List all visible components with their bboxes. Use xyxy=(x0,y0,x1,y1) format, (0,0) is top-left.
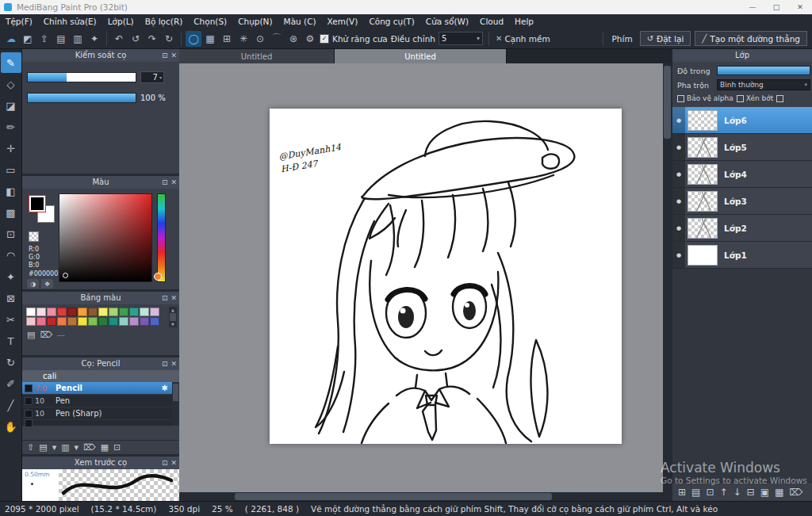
stamp-tool[interactable]: ◪ xyxy=(1,95,21,116)
popup-panel-icon[interactable]: ⊡ xyxy=(162,459,168,467)
layer-thumbnail[interactable] xyxy=(688,191,718,212)
divide-tool[interactable]: ✂ xyxy=(1,309,21,330)
merge-layer-icon[interactable]: ⊟ xyxy=(747,487,755,498)
edit-brush-menu-icon[interactable]: ▾ xyxy=(75,442,79,453)
visibility-icon[interactable]: ● xyxy=(672,134,685,160)
minimize-button[interactable]: — xyxy=(741,0,764,14)
menu-item[interactable]: Chọn(S) xyxy=(188,14,232,29)
close-icon[interactable]: ✕ xyxy=(170,52,177,59)
delete-brush-icon[interactable]: ⌦ xyxy=(83,442,96,453)
palette-swatch[interactable] xyxy=(67,308,77,316)
brush-opacity-slider[interactable] xyxy=(27,93,136,103)
palette-swatch[interactable] xyxy=(109,308,118,316)
import-icon[interactable]: ▤ xyxy=(53,31,69,47)
eyedropper-tool[interactable]: ✐ xyxy=(1,373,21,394)
menu-item[interactable]: Màu (C) xyxy=(278,14,322,29)
palette-swatch[interactable] xyxy=(129,317,139,326)
undo-history-icon[interactable]: ↺ xyxy=(128,31,144,47)
popup-panel-icon[interactable]: ⊡ xyxy=(162,294,168,302)
palette-swatch[interactable] xyxy=(109,317,118,326)
close-icon[interactable]: ✕ xyxy=(170,178,177,186)
canvas-horizontal-scrollbar[interactable] xyxy=(179,492,663,501)
upload-brush-icon[interactable]: ⇧ xyxy=(27,442,34,453)
layer-row[interactable]: ● Lớp6 xyxy=(672,107,812,134)
folder-brush-icon[interactable]: ▦ xyxy=(101,442,109,453)
close-icon[interactable]: ✕ xyxy=(170,360,177,368)
layer-opacity-slider[interactable] xyxy=(717,66,810,75)
palette-swatch[interactable] xyxy=(78,308,87,316)
palette-swatch[interactable] xyxy=(150,308,159,316)
brush-size-input[interactable]: 7 ▾ xyxy=(140,71,164,83)
canvas-tab[interactable]: Untitled xyxy=(335,49,507,63)
close-button[interactable]: ✕ xyxy=(788,0,812,14)
duplicate-layer-icon[interactable]: ⊡ xyxy=(706,487,714,498)
canvas-tab[interactable]: Untitled xyxy=(179,49,335,63)
color-wheel-icon[interactable]: ❖ xyxy=(41,279,53,289)
menu-item[interactable]: Cửa sổ(W) xyxy=(420,14,474,29)
palette-swatch[interactable] xyxy=(129,308,139,316)
eraser-tool[interactable]: ◇ xyxy=(1,74,21,94)
dot-pen-tool[interactable]: ✏ xyxy=(1,117,21,137)
palette-swatch[interactable] xyxy=(67,317,77,326)
add-brush-icon[interactable]: ▤ xyxy=(39,442,47,453)
popup-panel-icon[interactable]: ⊡ xyxy=(162,52,168,59)
save-icon[interactable]: ◩ xyxy=(20,31,36,47)
palette-swatch[interactable] xyxy=(36,317,46,326)
reset-button[interactable]: ↺ Đặt lại xyxy=(640,31,691,46)
alpha-protect-option[interactable]: Bảo vệ alpha xyxy=(677,94,733,102)
brush-group-selector[interactable]: cali xyxy=(22,370,179,382)
adjust-select[interactable]: 5 ▾ xyxy=(439,32,483,45)
menu-item[interactable]: Cloud xyxy=(474,14,509,29)
move-down-icon[interactable]: ↓ xyxy=(733,487,741,498)
brush-list-item-partial[interactable] xyxy=(22,420,172,426)
delete-layer-icon[interactable]: ⌦ xyxy=(789,487,802,498)
cross-snap-icon[interactable]: ⊞ xyxy=(219,31,235,47)
palette-swatch[interactable] xyxy=(140,317,149,326)
extra-checkbox[interactable] xyxy=(776,95,783,102)
layer-row[interactable]: ● Lớp5 xyxy=(672,134,812,161)
combine-layer-icon[interactable]: ▣ xyxy=(760,487,769,498)
palette-swatch[interactable] xyxy=(140,308,149,316)
alpha-protect-checkbox[interactable] xyxy=(677,95,684,102)
menu-item[interactable]: Xem(V) xyxy=(322,14,364,29)
layer-row[interactable]: ● Lớp2 xyxy=(672,215,812,242)
blend-mode-select[interactable]: Bình thường ▾ xyxy=(717,79,810,90)
spinner-icon[interactable]: ▾ xyxy=(159,75,162,80)
hand-tool[interactable]: ✋ xyxy=(1,416,21,437)
brush-tool[interactable]: ✎ xyxy=(1,52,21,73)
popup-panel-icon[interactable]: ⊡ xyxy=(162,360,168,368)
scroll-thumb[interactable] xyxy=(170,313,176,321)
redo-icon[interactable]: ↷ xyxy=(144,31,160,47)
extra-option-partial[interactable] xyxy=(776,95,783,102)
visibility-icon[interactable]: ● xyxy=(672,188,685,214)
palette-swatch[interactable] xyxy=(57,308,67,316)
close-icon[interactable]: ✕ xyxy=(170,294,177,302)
layer-thumbnail[interactable] xyxy=(688,245,718,266)
menu-item[interactable]: Lớp(L) xyxy=(102,14,140,29)
lasso-tool[interactable]: ◠ xyxy=(1,245,21,266)
menu-item[interactable]: Công cụ(T) xyxy=(363,14,419,29)
circle-snap-icon[interactable]: ⊙ xyxy=(252,31,268,47)
curve-snap-icon[interactable]: ⌒ xyxy=(269,31,285,47)
menu-item[interactable]: Bộ lọc(R) xyxy=(140,14,189,29)
scroll-thumb[interactable] xyxy=(173,384,178,401)
visibility-icon[interactable]: ● xyxy=(672,107,685,133)
visibility-icon[interactable]: ● xyxy=(672,215,685,241)
add-brush-menu-icon[interactable]: ▾ xyxy=(52,442,57,453)
scroll-down-icon[interactable]: ▼ xyxy=(171,322,174,327)
add-layer-icon[interactable]: ⊞ xyxy=(678,487,686,498)
canvas-vertical-scrollbar[interactable] xyxy=(663,63,672,492)
foreground-color-swatch[interactable] xyxy=(29,195,46,212)
color-mode-icon[interactable]: ◑ xyxy=(27,279,39,289)
palette-swatch[interactable] xyxy=(47,308,56,316)
saturation-value-picker[interactable] xyxy=(59,193,152,282)
duplicate-brush-icon[interactable]: ⊡ xyxy=(113,442,121,453)
edit-brush-icon[interactable]: ▥ xyxy=(61,442,69,453)
brush-list-item[interactable]: 10 Pen ✱ xyxy=(22,395,172,407)
antialias-checkbox[interactable]: ✓ xyxy=(320,34,329,44)
transform-tool[interactable]: ⊠ xyxy=(1,288,21,308)
visibility-icon[interactable]: ● xyxy=(672,161,685,187)
palette-swatch[interactable] xyxy=(26,308,36,316)
canvas-viewport[interactable]: @DuyManh14 H-Đ 247 xyxy=(179,63,663,492)
transparent-color-swatch[interactable] xyxy=(29,231,39,242)
